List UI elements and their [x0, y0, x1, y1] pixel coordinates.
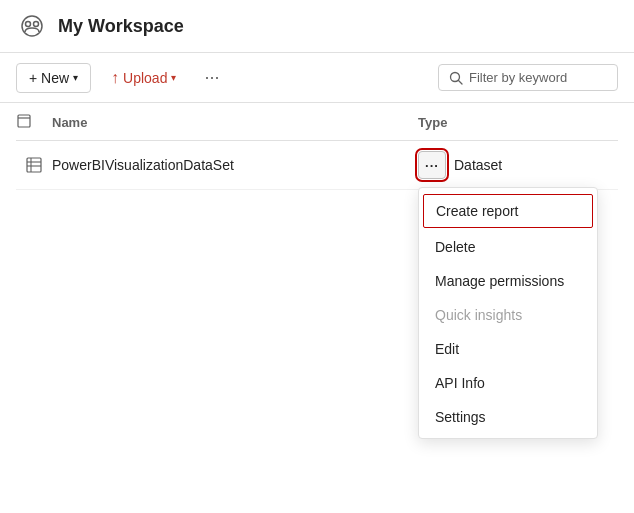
svg-point-2	[34, 22, 39, 27]
svg-line-4	[459, 80, 463, 84]
settings-label: Settings	[435, 409, 486, 425]
upload-label: Upload	[123, 70, 167, 86]
more-options-button[interactable]: ···	[196, 61, 227, 94]
table-header: Name Type	[16, 103, 618, 141]
delete-label: Delete	[435, 239, 475, 255]
svg-point-1	[26, 22, 31, 27]
workspace-icon	[16, 10, 48, 42]
menu-item-api-info[interactable]: API Info	[419, 366, 597, 400]
new-chevron-icon: ▾	[73, 72, 78, 83]
menu-item-settings[interactable]: Settings	[419, 400, 597, 434]
dataset-type: Dataset	[454, 157, 502, 173]
new-label: + New	[29, 70, 69, 86]
header-name-col: Name	[52, 115, 418, 130]
row-dataset-icon	[16, 156, 52, 174]
search-box[interactable]: Filter by keyword	[438, 64, 618, 91]
dataset-name: PowerBIVisualizationDataSet	[52, 157, 418, 173]
manage-permissions-label: Manage permissions	[435, 273, 564, 289]
header-icon-col	[16, 113, 52, 132]
row-type-area: ··· Dataset Create report Delete Manage …	[418, 151, 618, 179]
menu-item-create-report[interactable]: Create report	[423, 194, 593, 228]
new-button[interactable]: + New ▾	[16, 63, 91, 93]
menu-item-delete[interactable]: Delete	[419, 230, 597, 264]
svg-point-0	[22, 16, 42, 36]
ellipsis-icon: ···	[425, 158, 439, 173]
table-row: PowerBIVisualizationDataSet ··· Dataset …	[16, 141, 618, 190]
upload-chevron-icon: ▾	[171, 72, 176, 83]
row-context-menu-button[interactable]: ···	[418, 151, 446, 179]
upload-button[interactable]: ↑ Upload ▾	[99, 63, 188, 93]
more-icon: ···	[204, 67, 219, 87]
header: My Workspace	[0, 0, 634, 53]
search-placeholder: Filter by keyword	[469, 70, 567, 85]
api-info-label: API Info	[435, 375, 485, 391]
header-type-col: Type	[418, 115, 618, 130]
menu-item-manage-permissions[interactable]: Manage permissions	[419, 264, 597, 298]
svg-rect-7	[27, 158, 41, 172]
menu-item-edit[interactable]: Edit	[419, 332, 597, 366]
search-icon	[449, 71, 463, 85]
context-menu: Create report Delete Manage permissions …	[418, 187, 598, 439]
create-report-label: Create report	[436, 203, 518, 219]
menu-item-quick-insights: Quick insights	[419, 298, 597, 332]
svg-rect-5	[18, 115, 30, 127]
table-area: Name Type PowerBIVisualizationDataSet ··…	[0, 103, 634, 190]
upload-icon: ↑	[111, 69, 119, 87]
quick-insights-label: Quick insights	[435, 307, 522, 323]
toolbar: + New ▾ ↑ Upload ▾ ··· Filter by keyword	[0, 53, 634, 103]
workspace-title: My Workspace	[58, 16, 184, 37]
edit-label: Edit	[435, 341, 459, 357]
